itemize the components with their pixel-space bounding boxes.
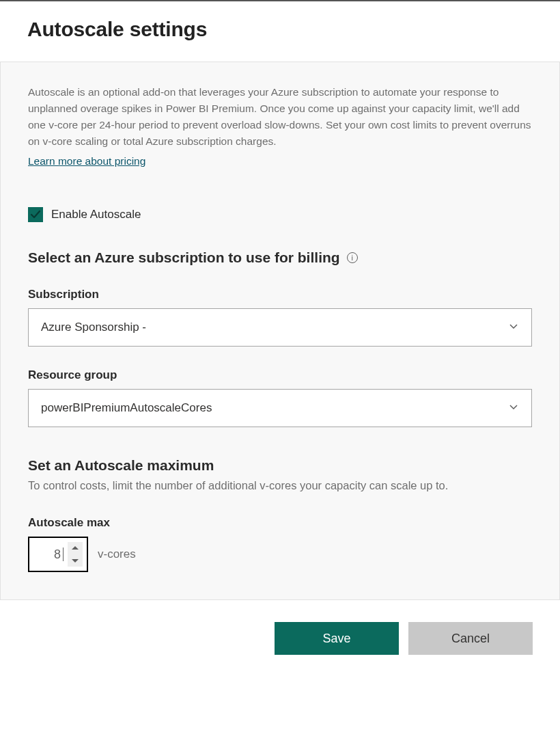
autoscale-max-unit: v-cores	[98, 548, 136, 561]
cancel-button[interactable]: Cancel	[408, 622, 533, 655]
description-text: Autoscale is an optional add-on that lev…	[28, 84, 532, 150]
dialog-header: Autoscale settings	[0, 1, 560, 62]
billing-heading-text: Select an Azure subscription to use for …	[28, 249, 340, 266]
text-cursor	[63, 548, 64, 561]
chevron-down-icon	[508, 321, 519, 334]
learn-more-link[interactable]: Learn more about pricing	[28, 155, 145, 167]
checkmark-icon	[30, 209, 41, 220]
enable-autoscale-checkbox[interactable]	[28, 207, 43, 222]
resource-group-value: powerBIPremiumAutoscaleCores	[41, 401, 508, 415]
caret-up-icon	[72, 546, 79, 550]
subscription-label: Subscription	[28, 288, 532, 301]
info-icon[interactable]: i	[347, 252, 358, 263]
subscription-select[interactable]: Azure Sponsorship -	[28, 308, 532, 347]
billing-heading: Select an Azure subscription to use for …	[28, 249, 532, 266]
caret-down-icon	[72, 558, 79, 563]
resource-group-label: Resource group	[28, 368, 532, 382]
autoscale-max-row: 8 v-cores	[28, 537, 532, 572]
subscription-value: Azure Sponsorship -	[41, 321, 508, 334]
spinner-up-button[interactable]	[72, 542, 79, 554]
enable-autoscale-row: Enable Autoscale	[28, 207, 532, 222]
chevron-down-icon	[508, 401, 519, 415]
autoscale-max-label: Autoscale max	[28, 516, 532, 530]
spinner-down-button[interactable]	[72, 554, 79, 567]
maximum-description: To control costs, limit the number of ad…	[28, 476, 532, 494]
dialog-content: Autoscale is an optional add-on that lev…	[0, 62, 560, 600]
page-title: Autoscale settings	[27, 18, 533, 41]
spinner-button-group	[68, 542, 83, 567]
resource-group-select[interactable]: powerBIPremiumAutoscaleCores	[28, 389, 532, 427]
maximum-heading: Set an Autoscale maximum	[28, 457, 532, 474]
dialog-footer: Save Cancel	[0, 600, 560, 677]
autoscale-max-input[interactable]: 8	[28, 537, 88, 572]
save-button[interactable]: Save	[275, 622, 399, 655]
enable-autoscale-label: Enable Autoscale	[51, 208, 141, 221]
autoscale-max-value: 8	[43, 548, 62, 562]
